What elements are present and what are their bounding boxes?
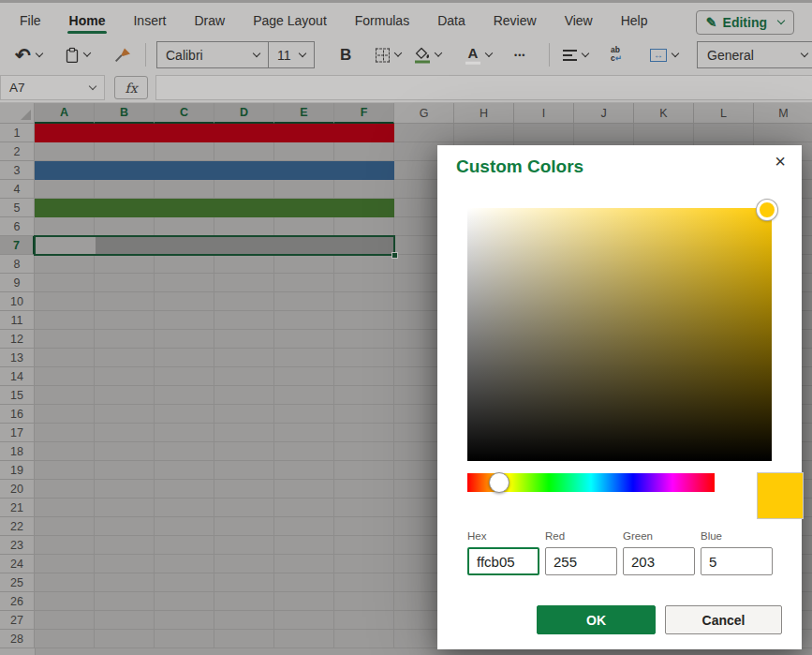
row-header-18[interactable]: 18 xyxy=(0,442,35,461)
cell-B15[interactable] xyxy=(95,386,155,405)
filled-cells-row-3-blue[interactable] xyxy=(35,161,394,180)
hex-input[interactable] xyxy=(467,547,539,575)
bold-button[interactable]: B xyxy=(340,46,351,65)
cell-B13[interactable] xyxy=(95,349,155,367)
cell-F25[interactable] xyxy=(334,573,394,592)
cell-E12[interactable] xyxy=(274,330,334,349)
cell-D19[interactable] xyxy=(214,461,274,480)
cell-A17[interactable] xyxy=(35,424,95,442)
row-header-2[interactable]: 2 xyxy=(0,142,35,161)
cell-A24[interactable] xyxy=(35,555,95,573)
column-header-I[interactable]: I xyxy=(514,103,574,124)
cell-B6[interactable] xyxy=(95,217,155,236)
menu-item-review[interactable]: Review xyxy=(480,3,551,37)
row-header-24[interactable]: 24 xyxy=(0,555,35,573)
cell-E27[interactable] xyxy=(274,611,334,630)
cell-C17[interactable] xyxy=(155,424,214,442)
cell-D11[interactable] xyxy=(214,311,274,330)
cell-A19[interactable] xyxy=(35,461,95,480)
cancel-button[interactable]: Cancel xyxy=(665,605,782,634)
column-header-E[interactable]: E xyxy=(274,103,334,124)
cell-B23[interactable] xyxy=(95,536,155,555)
row-header-5[interactable]: 5 xyxy=(0,199,35,217)
cell-B28[interactable] xyxy=(95,630,155,648)
cell-C20[interactable] xyxy=(155,480,214,499)
cell-E21[interactable] xyxy=(274,499,334,517)
cell-B19[interactable] xyxy=(95,461,155,480)
cell-F14[interactable] xyxy=(334,367,394,386)
menu-item-home[interactable]: Home xyxy=(55,3,120,37)
row-header-8[interactable]: 8 xyxy=(0,255,35,274)
menu-item-formulas[interactable]: Formulas xyxy=(341,3,423,37)
cell-D14[interactable] xyxy=(214,367,274,386)
row-header-17[interactable]: 17 xyxy=(0,424,35,442)
fill-color-button[interactable] xyxy=(415,47,441,63)
cell-B8[interactable] xyxy=(95,255,155,274)
menu-item-file[interactable]: File xyxy=(6,3,55,37)
cell-D12[interactable] xyxy=(214,330,274,349)
cell-C14[interactable] xyxy=(155,367,214,386)
row-header-16[interactable]: 16 xyxy=(0,405,35,424)
row-header-21[interactable]: 21 xyxy=(0,499,35,517)
cell-E6[interactable] xyxy=(274,217,334,236)
column-header-C[interactable]: C xyxy=(155,103,214,124)
cell-B26[interactable] xyxy=(95,592,155,611)
cell-F26[interactable] xyxy=(334,592,394,611)
cell-A8[interactable] xyxy=(35,255,95,274)
filled-cells-row-1-red[interactable] xyxy=(35,124,394,142)
name-box[interactable]: A7 xyxy=(0,75,105,100)
cell-C21[interactable] xyxy=(155,499,214,517)
cell-D4[interactable] xyxy=(214,180,274,199)
cell-D8[interactable] xyxy=(214,255,274,274)
cell-F10[interactable] xyxy=(334,292,394,311)
cell-F16[interactable] xyxy=(334,405,394,424)
cell-F23[interactable] xyxy=(334,536,394,555)
cell-D17[interactable] xyxy=(214,424,274,442)
cell-M1[interactable] xyxy=(754,124,812,142)
row-header-3[interactable]: 3 xyxy=(0,161,35,180)
cell-E22[interactable] xyxy=(274,517,334,536)
cell-D28[interactable] xyxy=(214,630,274,648)
cell-B27[interactable] xyxy=(95,611,155,630)
cell-E16[interactable] xyxy=(274,405,334,424)
cell-B16[interactable] xyxy=(95,405,155,424)
cell-A6[interactable] xyxy=(35,217,95,236)
cell-F18[interactable] xyxy=(334,442,394,461)
row-header-20[interactable]: 20 xyxy=(0,480,35,499)
ok-button[interactable]: OK xyxy=(537,605,656,634)
close-icon[interactable]: × xyxy=(768,149,792,173)
cell-F13[interactable] xyxy=(334,349,394,367)
row-header-14[interactable]: 14 xyxy=(0,367,35,386)
cell-G1[interactable] xyxy=(394,124,454,142)
cell-B21[interactable] xyxy=(95,499,155,517)
cell-C16[interactable] xyxy=(155,405,214,424)
cell-C2[interactable] xyxy=(155,142,214,161)
row-header-28[interactable]: 28 xyxy=(0,630,35,648)
menu-item-page-layout[interactable]: Page Layout xyxy=(239,3,341,37)
cell-C28[interactable] xyxy=(155,630,214,648)
red-input[interactable] xyxy=(545,547,617,575)
cell-F28[interactable] xyxy=(334,630,394,648)
cell-E19[interactable] xyxy=(274,461,334,480)
row-header-27[interactable]: 27 xyxy=(0,611,35,630)
row-header-25[interactable]: 25 xyxy=(0,573,35,592)
row-header-1[interactable]: 1 xyxy=(0,124,35,142)
cell-D6[interactable] xyxy=(214,217,274,236)
fill-handle[interactable] xyxy=(391,252,398,259)
cell-F8[interactable] xyxy=(334,255,394,274)
cell-A15[interactable] xyxy=(35,386,95,405)
column-header-B[interactable]: B xyxy=(95,103,155,124)
borders-button[interactable] xyxy=(376,48,401,62)
cell-D16[interactable] xyxy=(214,405,274,424)
selected-range-fill[interactable] xyxy=(96,237,393,254)
cell-E26[interactable] xyxy=(274,592,334,611)
row-header-12[interactable]: 12 xyxy=(0,330,35,349)
cell-C19[interactable] xyxy=(155,461,214,480)
cell-D9[interactable] xyxy=(214,274,274,292)
cell-C18[interactable] xyxy=(155,442,214,461)
cell-D27[interactable] xyxy=(214,611,274,630)
cell-E28[interactable] xyxy=(274,630,334,648)
cell-D13[interactable] xyxy=(214,349,274,367)
cell-A28[interactable] xyxy=(35,630,95,648)
cell-A18[interactable] xyxy=(35,442,95,461)
